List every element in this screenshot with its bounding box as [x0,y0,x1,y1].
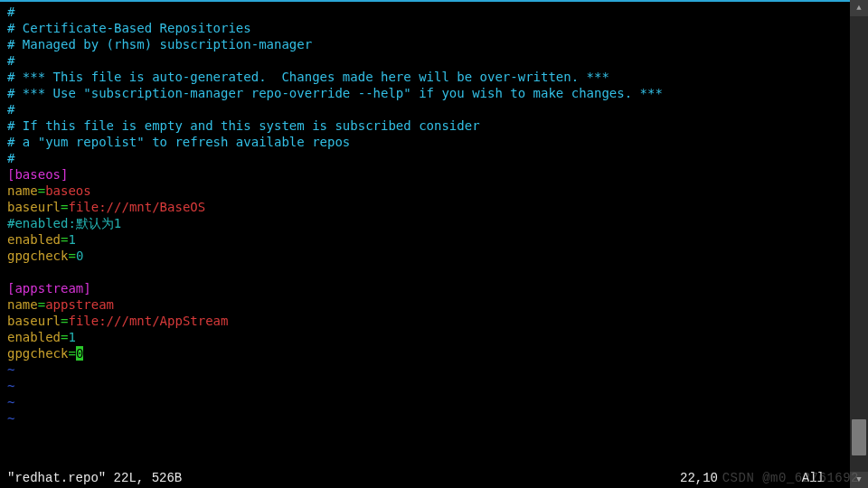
vim-status-bar: "redhat.repo" 22L, 526B 22,10 All [0,468,850,488]
scrollbar-down-arrow-icon[interactable]: ▼ [850,472,868,488]
comment-line: # [7,53,14,68]
empty-line-tilde: ~ [7,362,14,377]
comment-line: # Managed by (rhsm) subscription-manager [7,37,312,52]
cursor: 0 [76,346,83,361]
equals: = [38,183,45,198]
scrollbar-track[interactable] [850,16,868,472]
status-percent: All [788,470,843,486]
value: baseos [45,183,91,198]
equals: = [38,297,45,312]
comment-line: # [7,5,14,19]
comment-line: # If this file is empty and this system … [7,118,480,133]
section-header-baseos: [baseos] [7,167,68,182]
key: gpgcheck [7,249,68,263]
terminal-viewport[interactable]: # # Certificate-Based Repositories # Man… [0,0,850,488]
value: appstream [45,297,114,312]
comment-line: # *** This file is auto-generated. Chang… [7,70,609,84]
comment-line: #enabled:默认为1 [7,216,121,230]
equals: = [68,346,75,361]
key: enabled [7,232,61,247]
value: file:///mnt/BaseOS [68,200,205,214]
section-header-appstream: [appstream] [7,281,91,296]
value: 0 [76,249,83,263]
empty-line-tilde: ~ [7,411,14,426]
comment-line: # *** Use "subscription-manager repo-ove… [7,86,663,100]
comment-line: # [7,151,14,165]
key: baseurl [7,200,61,214]
equals: = [68,249,75,263]
key: name [7,183,38,198]
comment-line: # a "yum repolist" to refresh available … [7,135,350,149]
scrollbar-thumb[interactable] [852,419,866,455]
status-position: 22,10 [680,470,788,486]
key: enabled [7,330,61,344]
scrollbar-up-arrow-icon[interactable]: ▲ [850,0,868,16]
comment-line: # [7,102,14,117]
vertical-scrollbar[interactable]: ▲ ▼ [850,0,868,488]
empty-line-tilde: ~ [7,379,14,393]
file-buffer[interactable]: # # Certificate-Based Repositories # Man… [0,2,850,427]
key: name [7,297,38,312]
value: 1 [68,232,75,247]
key: gpgcheck [7,346,68,361]
value: file:///mnt/AppStream [68,314,228,328]
comment-line: # Certificate-Based Repositories [7,21,251,35]
status-filename: "redhat.repo" 22L, 526B [7,470,680,486]
empty-line-tilde: ~ [7,395,14,409]
value: 1 [68,330,75,344]
key: baseurl [7,314,61,328]
